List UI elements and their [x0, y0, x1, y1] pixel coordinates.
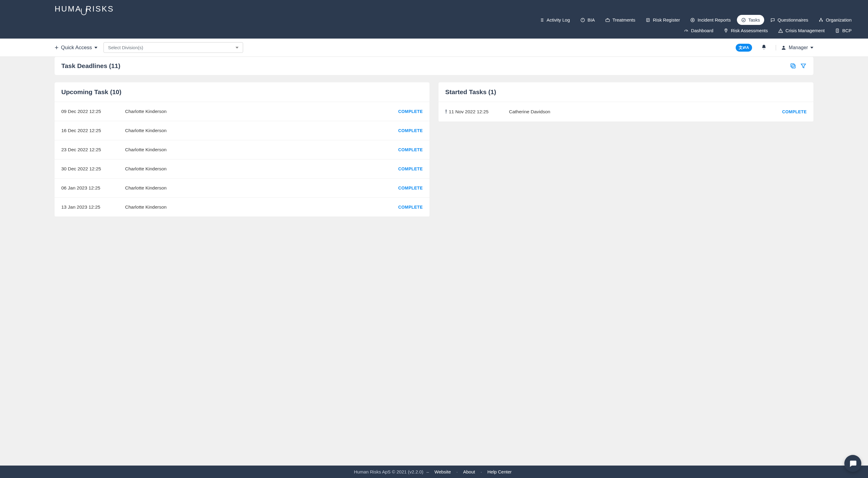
division-placeholder: Select Division(s)	[108, 45, 143, 50]
task-row: 13 Jan 2023 12:25Charlotte KindersonCOMP…	[55, 198, 429, 217]
task-date: 16 Dec 2022 12:25	[61, 128, 122, 133]
nav-bcp[interactable]: BCP	[831, 26, 856, 35]
user-icon	[781, 45, 786, 51]
bell-icon	[761, 44, 767, 50]
notifications-button[interactable]	[758, 44, 770, 51]
task-date: 09 Dec 2022 12:25	[61, 109, 122, 114]
quick-access-menu[interactable]: + Quick Access	[55, 44, 97, 52]
chevron-down-icon	[94, 47, 97, 49]
task-person: Charlotte Kinderson	[125, 128, 395, 133]
complete-button[interactable]: COMPLETE	[398, 205, 423, 210]
list-icon	[539, 18, 544, 23]
chevron-down-icon	[236, 47, 239, 49]
task-person: Catherine Davidson	[509, 109, 779, 115]
complete-button[interactable]: COMPLETE	[398, 109, 423, 114]
gauge-icon	[684, 28, 689, 33]
nav-risk-register[interactable]: Risk Register	[641, 15, 684, 25]
task-row: !11 Nov 2022 12:25Catherine DavidsonCOMP…	[439, 102, 813, 122]
nav-incident-reports[interactable]: Incident Reports	[686, 15, 735, 25]
nav-dashboard[interactable]: Dashboard	[680, 26, 717, 35]
svg-point-6	[820, 18, 822, 19]
nav-tasks[interactable]: Tasks	[737, 15, 764, 25]
svg-point-4	[692, 20, 693, 21]
copy-icon[interactable]	[790, 63, 796, 69]
task-date: 30 Dec 2022 12:25	[61, 166, 122, 172]
message-icon	[770, 18, 775, 23]
task-date: 13 Jan 2023 12:25	[61, 204, 122, 210]
svg-rect-12	[792, 65, 795, 68]
warning-icon	[778, 28, 783, 33]
complete-button[interactable]: COMPLETE	[398, 128, 423, 133]
task-date: !11 Nov 2022 12:25	[445, 109, 506, 115]
svg-point-11	[783, 46, 784, 48]
task-person: Charlotte Kinderson	[125, 204, 395, 210]
target-icon	[690, 18, 695, 23]
nav-questionnaires[interactable]: Questionnaires	[766, 15, 812, 25]
upcoming-task-list[interactable]: 09 Dec 2022 12:25Charlotte KindersonCOMP…	[55, 102, 429, 217]
complete-button[interactable]: COMPLETE	[398, 147, 423, 152]
app-header: HUMARISKS Activity LogBIATreatmentsRisk …	[0, 0, 868, 38]
svg-point-8	[822, 21, 823, 22]
division-select[interactable]: Select Division(s)	[103, 42, 243, 53]
clipboard-icon	[646, 18, 650, 23]
task-row: 06 Jan 2023 12:25Charlotte KindersonCOMP…	[55, 179, 429, 198]
svg-point-9	[726, 29, 726, 30]
main-content: Task Deadlines (11) Upcoming Task (10) 0…	[0, 57, 868, 241]
svg-rect-13	[791, 64, 794, 67]
svg-point-3	[691, 18, 694, 22]
task-person: Charlotte Kinderson	[125, 166, 395, 172]
task-row: 30 Dec 2022 12:25Charlotte KindersonCOMP…	[55, 159, 429, 179]
task-row: 16 Dec 2022 12:25Charlotte KindersonCOMP…	[55, 121, 429, 140]
nav-bia[interactable]: BIA	[576, 15, 599, 25]
nav-treatments[interactable]: Treatments	[601, 15, 640, 25]
started-tasks-card: Started Tasks (1) !11 Nov 2022 12:25Cath…	[439, 82, 813, 122]
upcoming-tasks-card: Upcoming Task (10) 09 Dec 2022 12:25Char…	[55, 82, 429, 217]
task-date: 23 Dec 2022 12:25	[61, 147, 122, 152]
task-row: 09 Dec 2022 12:25Charlotte KindersonCOMP…	[55, 102, 429, 121]
started-task-list: !11 Nov 2022 12:25Catherine DavidsonCOMP…	[439, 102, 813, 122]
plus-icon: +	[55, 44, 59, 52]
check-circle-icon	[741, 18, 746, 23]
nav-organization[interactable]: Organization	[814, 15, 856, 25]
briefcase-icon	[605, 18, 610, 23]
org-icon	[818, 18, 824, 23]
task-date: 06 Jan 2023 12:25	[61, 185, 122, 191]
toolbar: + Quick Access Select Division(s) 文⇄A Ma…	[0, 38, 868, 57]
task-person: Charlotte Kinderson	[125, 109, 395, 114]
brand-logo: HUMARISKS	[55, 4, 856, 14]
complete-button[interactable]: COMPLETE	[398, 167, 423, 171]
filter-icon[interactable]	[800, 63, 807, 69]
task-person: Charlotte Kinderson	[125, 185, 395, 191]
complete-button[interactable]: COMPLETE	[398, 185, 423, 190]
user-menu[interactable]: Manager	[776, 45, 813, 51]
task-deadlines-header: Task Deadlines (11)	[55, 57, 813, 75]
main-nav: Activity LogBIATreatmentsRisk RegisterIn…	[55, 15, 856, 38]
deadlines-title: Task Deadlines (11)	[61, 62, 121, 69]
alert-icon: !	[445, 109, 447, 115]
started-title: Started Tasks (1)	[445, 88, 807, 96]
quick-access-label: Quick Access	[61, 44, 92, 51]
task-person: Charlotte Kinderson	[125, 147, 395, 152]
doc-icon	[835, 28, 840, 33]
upcoming-title: Upcoming Task (10)	[61, 88, 423, 96]
chevron-down-icon	[810, 47, 813, 49]
svg-rect-1	[606, 19, 610, 22]
nav-risk-assessments[interactable]: Risk Assessments	[719, 26, 772, 35]
svg-point-5	[742, 18, 745, 22]
nav-crisis-management[interactable]: Crisis Management	[774, 26, 829, 35]
alert-circle-icon	[580, 18, 585, 23]
pin-icon	[723, 28, 728, 33]
svg-point-7	[819, 21, 820, 22]
complete-button[interactable]: COMPLETE	[782, 109, 807, 114]
language-toggle[interactable]: 文⇄A	[736, 44, 752, 52]
user-label: Manager	[789, 45, 808, 51]
nav-activity-log[interactable]: Activity Log	[535, 15, 574, 25]
task-row: 23 Dec 2022 12:25Charlotte KindersonCOMP…	[55, 140, 429, 159]
